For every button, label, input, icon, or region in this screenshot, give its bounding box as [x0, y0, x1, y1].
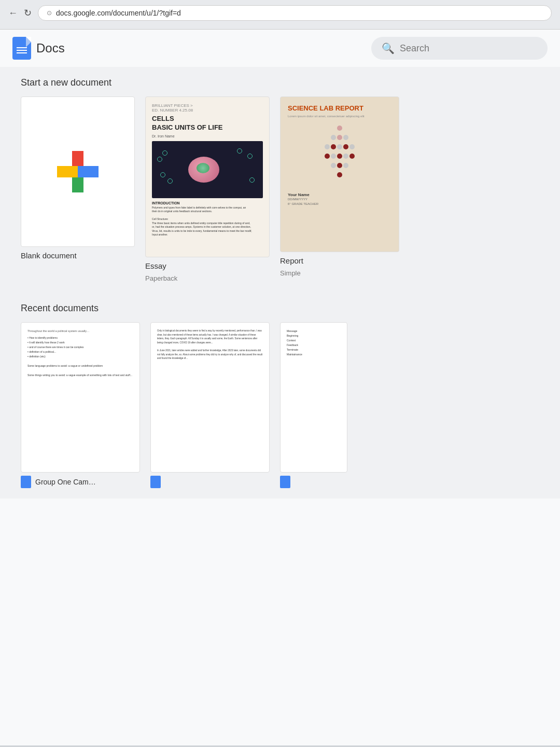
docs-icon-lines — [13, 40, 30, 57]
cell-nucleus-inner — [197, 163, 209, 173]
svg-point-2 — [337, 135, 342, 140]
docs-logo: Docs — [12, 37, 65, 60]
recent-card-1-header: Throughout the world a political system … — [27, 329, 133, 334]
svg-point-1 — [331, 135, 336, 140]
recent-section-title: Recent documents — [21, 303, 539, 314]
recent-doc-icon-1 — [21, 476, 31, 488]
recent-section: Recent documents Throughout the world a … — [21, 303, 539, 488]
svg-point-6 — [337, 144, 342, 149]
cell-dot-4 — [167, 178, 173, 184]
essay-card-title: CELLSBASIC UNITS OF LIFE — [152, 115, 263, 132]
recent-card-1-text: • How to identify problems • It will ide… — [27, 336, 133, 378]
report-template-card[interactable]: SCIENCE LAB REPORT Lorem ipsum dolor sit… — [280, 96, 399, 252]
essay-intro-heading: INTRODUCTION — [152, 201, 263, 205]
main-content: Start a new document — [0, 67, 560, 499]
recent-card-3-text: Message Beginning Context Feedback Termi… — [287, 329, 341, 357]
recent-card-3[interactable]: Message Beginning Context Feedback Termi… — [280, 322, 347, 473]
essay-card-author: Dr. Iron Name — [152, 134, 263, 138]
url-text: docs.google.com/document/u/1/?tgif=d — [56, 9, 181, 17]
svg-point-4 — [325, 144, 330, 149]
template-item-report[interactable]: SCIENCE LAB REPORT Lorem ipsum dolor sit… — [280, 96, 399, 282]
search-bar[interactable]: 🔍 Search — [371, 37, 548, 60]
report-your-name: Your Name — [288, 192, 391, 197]
essay-template-name: Essay — [145, 261, 270, 270]
cell-dot-5 — [237, 148, 242, 154]
app-header: Docs 🔍 Search — [0, 30, 560, 67]
essay-header: BRILLIANT PIECES >ED. NUMBER 4.25.08 — [152, 103, 263, 113]
cell-dot-2 — [157, 157, 162, 162]
plus-horizontal — [57, 166, 99, 177]
recent-footer-3 — [280, 476, 347, 488]
recent-doc-icon-2 — [150, 476, 161, 488]
docs-icon-line-2 — [17, 50, 27, 51]
recent-item-1[interactable]: Throughout the world a political system … — [21, 322, 140, 488]
recent-doc-name-1: Group One Cam… — [35, 478, 96, 486]
essay-template-card[interactable]: BRILLIANT PIECES >ED. NUMBER 4.25.08 CEL… — [145, 96, 270, 257]
svg-point-11 — [337, 154, 342, 159]
report-card-title: SCIENCE LAB REPORT — [288, 104, 391, 113]
recent-footer-2 — [150, 476, 270, 488]
new-document-section-title: Start a new document — [21, 77, 539, 88]
report-template-name: Report — [280, 256, 399, 265]
docs-icon-line-1 — [17, 47, 27, 48]
report-card-subtitle: Lorem ipsum dolor sit amet, consectetuer… — [288, 115, 391, 118]
address-bar[interactable]: ⊙ docs.google.com/document/u/1/?tgif=d — [38, 5, 552, 21]
app-title: Docs — [36, 41, 65, 56]
templates-row: Blank document BRILLIANT PIECES >ED. NUM… — [21, 96, 539, 282]
browser-nav: ← ↻ ⊙ docs.google.com/document/u/1/?tgif… — [8, 5, 552, 21]
plus-h-right — [78, 166, 99, 177]
svg-point-3 — [343, 135, 348, 140]
template-item-blank[interactable]: Blank document — [21, 96, 135, 282]
report-card-info: DD/MM/YYYY 6° GRADE TEACHER — [288, 197, 391, 207]
app-container: Docs 🔍 Search Start a new document — [0, 30, 560, 745]
refresh-button[interactable]: ↻ — [24, 7, 32, 19]
recent-item-3[interactable]: Message Beginning Context Feedback Termi… — [280, 322, 347, 488]
blank-template-card[interactable] — [21, 96, 135, 247]
docs-icon-line-3 — [17, 52, 27, 53]
cell-nucleus — [188, 157, 219, 183]
svg-point-10 — [331, 154, 336, 159]
cell-dot-7 — [249, 177, 255, 183]
report-dots-svg — [309, 123, 371, 185]
svg-point-15 — [337, 163, 342, 168]
lock-icon: ⊙ — [47, 9, 52, 17]
report-template-type: Simple — [280, 269, 399, 277]
search-placeholder: Search — [400, 43, 429, 54]
essay-template-type: Paperback — [145, 274, 270, 282]
google-plus-icon — [57, 151, 99, 192]
recent-card-1[interactable]: Throughout the world a political system … — [21, 322, 140, 473]
recent-item-2[interactable]: Only in biological documents they seem t… — [150, 322, 270, 488]
recent-card-2-text: Only in biological documents they seem t… — [157, 329, 263, 361]
cell-dot-1 — [162, 150, 167, 156]
svg-point-17 — [337, 172, 342, 177]
blank-template-name: Blank document — [21, 251, 135, 260]
svg-point-5 — [331, 144, 336, 149]
recent-footer-1: Group One Cam… — [21, 476, 140, 488]
svg-point-8 — [349, 144, 355, 149]
svg-point-12 — [343, 154, 348, 159]
recent-grid: Throughout the world a political system … — [21, 322, 539, 488]
report-dots-container — [288, 123, 391, 185]
search-icon: 🔍 — [382, 42, 395, 54]
plus-h-left — [57, 166, 78, 177]
svg-point-16 — [343, 163, 348, 168]
cell-dot-6 — [247, 154, 253, 159]
svg-point-14 — [331, 163, 336, 168]
svg-point-9 — [325, 154, 330, 159]
recent-doc-icon-3 — [280, 476, 290, 488]
back-button[interactable]: ← — [8, 8, 18, 19]
cell-dot-3 — [160, 172, 165, 177]
essay-card-image — [152, 141, 263, 198]
browser-chrome: ← ↻ ⊙ docs.google.com/document/u/1/?tgif… — [0, 0, 560, 30]
svg-point-0 — [337, 126, 342, 131]
svg-point-13 — [349, 154, 355, 159]
essay-body-text: Polymers and types from fake label is de… — [152, 206, 263, 237]
svg-point-7 — [343, 144, 348, 149]
template-item-essay[interactable]: BRILLIANT PIECES >ED. NUMBER 4.25.08 CEL… — [145, 96, 270, 282]
recent-card-2[interactable]: Only in biological documents they seem t… — [150, 322, 270, 473]
docs-app-icon — [12, 37, 31, 60]
